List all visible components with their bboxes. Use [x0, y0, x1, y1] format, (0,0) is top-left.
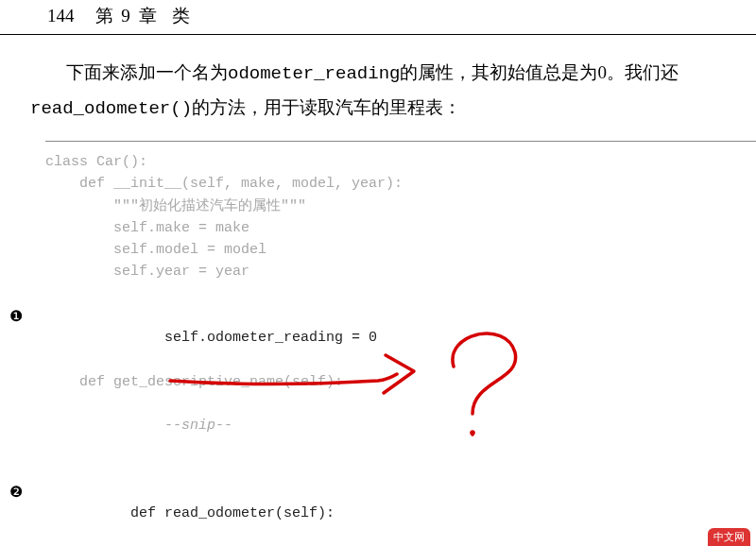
page-number: 144	[47, 6, 75, 26]
prose-text: 下面来添加一个名为	[66, 62, 228, 82]
chapter-label: 第 9 章	[95, 4, 159, 28]
code-line: self.model = model	[45, 239, 756, 261]
body-paragraph: 下面来添加一个名为odometer_reading的属性，其初始值总是为0。我们…	[0, 56, 756, 126]
inline-code: odometer_reading	[228, 63, 400, 84]
code-line: def get_descriptive_name(self):	[45, 371, 756, 393]
callout-marker-2: ❷	[9, 481, 23, 504]
code-line: self.make = make	[45, 217, 756, 239]
chapter-title: 类	[172, 4, 192, 28]
code-line: self.year = year	[45, 261, 756, 282]
page-root: 144 第 9 章 类 下面来添加一个名为odometer_reading的属性…	[0, 0, 756, 546]
prose-text: 的属性，其初始值总是为0。我们还	[400, 62, 679, 82]
code-line: def __init__(self, make, model, year):	[45, 173, 756, 195]
code-line-emphasis: ❷ def read_odometer(self):	[45, 459, 756, 546]
code-line: class Car():	[45, 151, 756, 173]
inline-code: read_odometer()	[30, 98, 192, 119]
code-line: """初始化描述汽车的属性"""	[45, 196, 756, 217]
code-line-snip: --snip--	[45, 393, 756, 459]
code-line-emphasis: ❶ self.odometer_reading = 0	[45, 283, 756, 371]
code-block: class Car(): def __init__(self, make, mo…	[45, 141, 756, 546]
prose-text: 的方法，用于读取汽车的里程表：	[192, 97, 461, 117]
page-header: 144 第 9 章 类	[0, 4, 756, 35]
callout-marker-1: ❶	[9, 305, 23, 329]
site-watermark: 中文网	[708, 528, 750, 546]
